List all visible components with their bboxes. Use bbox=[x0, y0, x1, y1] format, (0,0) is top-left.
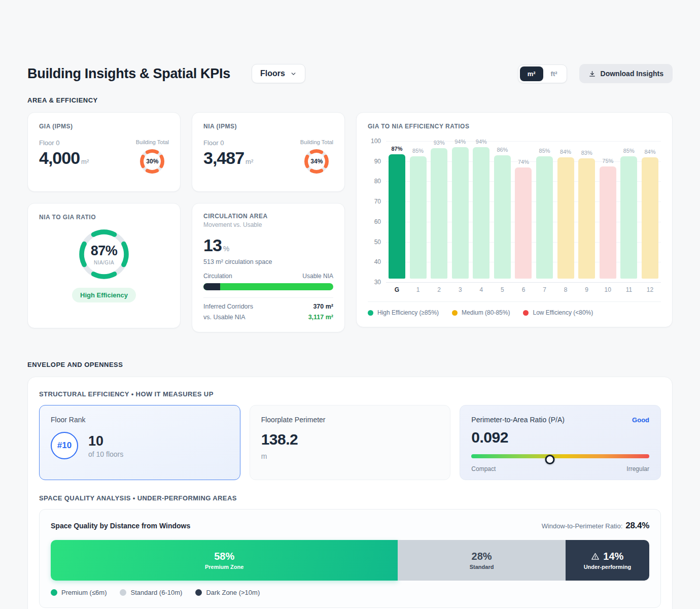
download-label: Download Insights bbox=[601, 70, 663, 78]
envelope-card: STRUCTURAL EFFICIENCY • HOW IT MEASURES … bbox=[27, 377, 673, 609]
bar-value-label: 86% bbox=[491, 147, 514, 153]
circulation-row-corridors: Inferred Corridors 370 m² bbox=[203, 303, 333, 310]
gia-unit: m² bbox=[81, 158, 89, 165]
legend-dot-icon bbox=[523, 310, 529, 316]
chart-bar-floor-7[interactable] bbox=[536, 156, 553, 279]
x-tick-label-G: G bbox=[389, 286, 405, 293]
unit-toggle: m² ft² bbox=[518, 64, 567, 83]
unit-toggle-m2[interactable]: m² bbox=[520, 66, 543, 81]
bar-value-label: 87% bbox=[385, 146, 408, 152]
y-tick-label: 80 bbox=[374, 178, 381, 185]
chart-legend: High Efficiency (≥85%)Medium (80-85%)Low… bbox=[368, 301, 661, 316]
space-segment-dark: 14%Under-performing bbox=[566, 540, 649, 581]
chart-bar-cell: 93% bbox=[431, 141, 447, 282]
bar-value-label: 93% bbox=[428, 140, 451, 146]
section-area-efficiency: AREA & EFFICIENCY bbox=[27, 96, 673, 104]
nia-building-total-donut: 34% bbox=[303, 148, 330, 175]
warning-icon bbox=[591, 552, 600, 561]
circulation-bar-left-label: Circulation bbox=[203, 273, 232, 280]
pa-right-label: Irregular bbox=[626, 465, 649, 472]
segment-value: 28% bbox=[472, 551, 492, 562]
chart-bar-floor-12[interactable] bbox=[642, 157, 658, 279]
legend-label: Medium (80-85%) bbox=[462, 309, 510, 316]
x-tick-label-10: 10 bbox=[600, 286, 616, 293]
pa-slider-track bbox=[471, 454, 649, 458]
circulation-card-title: CIRCULATION AREA bbox=[203, 213, 333, 220]
chart-bar-cell: 84% bbox=[557, 141, 574, 282]
chart-bar-floor-10[interactable] bbox=[600, 166, 616, 279]
legend-item: Medium (80-85%) bbox=[452, 309, 510, 316]
chart-bar-floor-2[interactable] bbox=[431, 148, 447, 279]
chart-bar-floor-11[interactable] bbox=[620, 156, 637, 279]
unit-toggle-ft2[interactable]: ft² bbox=[543, 66, 565, 81]
chart-bar-floor-5[interactable] bbox=[494, 155, 511, 279]
efficiency-chart-title: GIA TO NIA EFFICIENCY RATIOS bbox=[368, 123, 661, 130]
legend-label: Premium (≤6m) bbox=[61, 589, 107, 596]
x-tick-label-4: 4 bbox=[473, 286, 489, 293]
chart-bar-floor-1[interactable] bbox=[410, 156, 427, 279]
legend-dot-icon bbox=[452, 310, 458, 316]
download-insights-button[interactable]: Download Insights bbox=[579, 64, 673, 83]
gia-building-total-donut: 30% bbox=[138, 148, 166, 175]
y-tick-label: 40 bbox=[374, 258, 381, 265]
circulation-unit: % bbox=[223, 245, 229, 253]
efficiency-chart-plot: 87%85%93%94%94%86%74%85%84%83%75%85%84% bbox=[386, 141, 661, 282]
segment-value: 14% bbox=[591, 551, 623, 562]
chart-bar-floor-6[interactable] bbox=[515, 167, 532, 279]
x-tick-label-9: 9 bbox=[578, 286, 595, 293]
nia-gia-donut: 87% NIA/GIA bbox=[78, 228, 130, 281]
gia-donut-value: 30% bbox=[138, 148, 166, 175]
space-quality-stacked-bar: 58%Premium Zone28%Standard14%Under-perfo… bbox=[51, 540, 649, 581]
chart-bar-cell: 87% bbox=[389, 141, 405, 282]
bar-value-label: 74% bbox=[512, 159, 535, 165]
chart-bar-floor-8[interactable] bbox=[557, 157, 574, 279]
chart-bar-cell: 75% bbox=[600, 141, 616, 282]
space-segment-standard: 28%Standard bbox=[398, 540, 565, 581]
chart-bar-cell: 85% bbox=[620, 141, 637, 282]
legend-item: Dark Zone (>10m) bbox=[195, 589, 260, 596]
chart-bar-cell: 74% bbox=[515, 141, 532, 282]
x-tick-label-5: 5 bbox=[494, 286, 511, 293]
bar-value-label: 84% bbox=[638, 149, 661, 155]
perimeter-unit: m bbox=[261, 452, 439, 460]
chart-bar-cell: 94% bbox=[473, 141, 489, 282]
legend-item: Standard (6-10m) bbox=[120, 589, 182, 596]
circulation-card: CIRCULATION AREA Movement vs. Usable 13%… bbox=[192, 203, 345, 332]
legend-dot-icon bbox=[51, 589, 57, 596]
space-quality-title: Space Quality by Distance from Windows bbox=[51, 522, 190, 530]
gia-card-title: GIA (IPMS) bbox=[39, 123, 169, 130]
bar-value-label: 94% bbox=[470, 139, 493, 145]
chart-bar-floor-4[interactable] bbox=[473, 147, 489, 279]
nia-value: 3,487m² bbox=[203, 148, 253, 168]
nia-card: NIA (IPMS) Floor 0 3,487m² Building Tota… bbox=[192, 112, 345, 192]
segment-label: Premium Zone bbox=[205, 564, 243, 570]
gia-value: 4,000m² bbox=[39, 148, 89, 168]
chart-bar-floor-9[interactable] bbox=[578, 158, 595, 279]
section-envelope: ENVELOPE AND OPENNESS bbox=[27, 361, 673, 368]
circulation-value: 13% bbox=[203, 235, 333, 255]
floor-rank-card[interactable]: Floor Rank #10 10 of 10 floors bbox=[39, 405, 240, 480]
chart-bar-floor-3[interactable] bbox=[452, 147, 469, 279]
circulation-row-usable: vs. Usable NIA 3,117 m² bbox=[203, 314, 333, 321]
circulation-bar-right-label: Usable NIA bbox=[302, 273, 333, 280]
bar-value-label: 85% bbox=[617, 148, 641, 154]
chevron-down-icon bbox=[290, 71, 297, 77]
space-segment-premium: 58%Premium Zone bbox=[51, 540, 398, 581]
structural-efficiency-label: STRUCTURAL EFFICIENCY • HOW IT MEASURES … bbox=[39, 390, 661, 398]
pa-ratio-title: Perimeter-to-Area Ratio (P/A) bbox=[471, 416, 565, 424]
high-efficiency-badge: High Efficiency bbox=[72, 288, 136, 302]
dashboard-page: Building Insights & Spatial KPIs Floors … bbox=[0, 0, 700, 609]
circulation-subtitle: Movement vs. Usable bbox=[203, 221, 333, 228]
gia-donut-label: Building Total bbox=[136, 139, 169, 145]
chart-bar-cell: 83% bbox=[578, 141, 595, 282]
floors-dropdown[interactable]: Floors bbox=[252, 64, 305, 83]
bar-value-label: 75% bbox=[596, 158, 619, 164]
nia-card-title: NIA (IPMS) bbox=[203, 123, 333, 130]
pa-left-label: Compact bbox=[471, 465, 496, 472]
legend-dot-icon bbox=[195, 589, 202, 596]
space-quality-label: SPACE QUALITY ANALYSIS • UNDER-PERFORMIN… bbox=[39, 494, 661, 502]
pa-slider-knob[interactable] bbox=[545, 455, 554, 464]
segment-label: Standard bbox=[470, 564, 494, 570]
space-quality-card: Space Quality by Distance from Windows W… bbox=[39, 509, 661, 608]
chart-bar-floor-G[interactable] bbox=[389, 154, 405, 279]
